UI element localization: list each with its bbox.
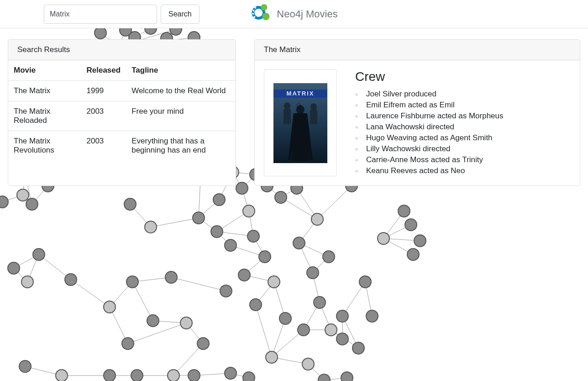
svg-point-2 <box>261 4 267 11</box>
graph-node[interactable] <box>197 338 209 349</box>
graph-node[interactable] <box>293 237 305 249</box>
graph-node[interactable] <box>243 205 255 217</box>
cell-movie: The Matrix Revolutions <box>8 131 81 161</box>
graph-node[interactable] <box>336 310 348 322</box>
table-header-row: Movie Released Tagline <box>8 60 236 81</box>
graph-node[interactable] <box>145 221 157 233</box>
graph-edge <box>173 344 203 376</box>
graph-node[interactable] <box>238 269 250 281</box>
graph-node[interactable] <box>352 342 364 354</box>
graph-node[interactable] <box>220 285 232 297</box>
panels: Search Results Movie Released Tagline Th… <box>8 39 580 186</box>
graph-node[interactable] <box>104 301 116 313</box>
graph-node[interactable] <box>26 198 38 210</box>
graph-node[interactable] <box>311 213 323 225</box>
svg-text:MATRIX: MATRIX <box>287 90 315 97</box>
graph-node[interactable] <box>147 315 159 327</box>
graph-node[interactable] <box>124 198 136 210</box>
table-row[interactable]: The Matrix1999Welcome to the Real World <box>8 81 236 101</box>
graph-node[interactable] <box>318 374 330 381</box>
graph-node[interactable] <box>8 262 20 274</box>
graph-node[interactable] <box>211 226 223 238</box>
graph-node[interactable] <box>131 370 143 381</box>
graph-node[interactable] <box>188 370 200 381</box>
results-table: Movie Released Tagline The Matrix1999Wel… <box>8 60 236 160</box>
cell-released: 2003 <box>81 101 126 131</box>
graph-node[interactable] <box>170 28 182 35</box>
graph-node[interactable] <box>33 249 45 260</box>
graph-node[interactable] <box>259 251 271 263</box>
cell-movie: The Matrix Reloaded <box>8 101 81 131</box>
table-row[interactable]: The Matrix Reloaded2003Free your mind <box>8 101 236 131</box>
graph-node[interactable] <box>225 367 236 379</box>
crew-item: Carrie-Anne Moss acted as Trinity <box>355 154 504 165</box>
crew-item: Keanu Reeves acted as Neo <box>355 165 504 176</box>
graph-node[interactable] <box>247 230 259 242</box>
graph-node[interactable] <box>193 212 205 224</box>
graph-edge <box>128 323 186 344</box>
graph-edge <box>71 280 110 307</box>
graph-node[interactable] <box>302 358 314 370</box>
svg-point-3 <box>262 13 269 20</box>
graph-edge <box>132 282 153 321</box>
graph-node[interactable] <box>104 370 116 381</box>
crew-header: Crew <box>355 69 504 84</box>
graph-node[interactable] <box>266 351 278 363</box>
cell-movie: The Matrix <box>8 81 81 101</box>
search-button[interactable]: Search <box>161 5 200 24</box>
graph-node[interactable] <box>359 276 371 288</box>
graph-node[interactable] <box>21 276 33 288</box>
graph-edge <box>256 305 272 357</box>
graph-node[interactable] <box>414 235 426 247</box>
svg-point-1 <box>254 9 262 17</box>
graph-node[interactable] <box>168 370 179 381</box>
table-row[interactable]: The Matrix Revolutions2003Everything tha… <box>8 131 236 161</box>
graph-node[interactable] <box>275 191 287 203</box>
svg-point-5 <box>252 10 254 11</box>
graph-node[interactable] <box>17 189 29 201</box>
crew-item: Laurence Fishburne acted as Morpheus <box>355 111 504 122</box>
col-tagline: Tagline <box>126 60 236 81</box>
search-input[interactable] <box>44 5 157 24</box>
svg-rect-12 <box>284 109 291 124</box>
graph-node[interactable] <box>0 196 8 208</box>
cell-released: 2003 <box>81 131 126 161</box>
graph-node[interactable] <box>268 276 280 288</box>
graph-edge <box>151 218 199 227</box>
graph-node[interactable] <box>225 239 236 251</box>
graph-node[interactable] <box>307 267 319 279</box>
movie-detail-panel: The Matrix MATRIX <box>254 39 580 186</box>
graph-node[interactable] <box>165 271 177 283</box>
graph-node[interactable] <box>180 317 192 329</box>
crew-item: Emil Eifrem acted as Emil <box>355 100 504 111</box>
graph-node[interactable] <box>56 370 68 381</box>
graph-node[interactable] <box>213 194 225 206</box>
graph-node[interactable] <box>323 251 335 263</box>
cell-tagline: Welcome to the Real World <box>126 81 236 101</box>
graph-node[interactable] <box>298 324 310 336</box>
graph-node[interactable] <box>126 276 138 288</box>
search-results-panel: Search Results Movie Released Tagline Th… <box>8 39 236 186</box>
graph-node[interactable] <box>279 312 291 324</box>
graph-node[interactable] <box>19 360 31 372</box>
graph-node[interactable] <box>145 28 157 34</box>
graph-node[interactable] <box>407 249 419 260</box>
svg-point-13 <box>310 103 317 111</box>
graph-node[interactable] <box>336 333 348 345</box>
graph-node[interactable] <box>341 372 353 381</box>
graph-node[interactable] <box>405 219 417 231</box>
graph-node[interactable] <box>398 205 410 217</box>
graph-node[interactable] <box>314 296 326 308</box>
graph-node[interactable] <box>366 310 378 322</box>
graph-node[interactable] <box>65 274 77 286</box>
crew-list: Joel Silver producedEmil Eifrem acted as… <box>355 89 504 176</box>
graph-node[interactable] <box>250 299 262 311</box>
graph-node[interactable] <box>325 324 337 336</box>
graph-node[interactable] <box>378 233 389 244</box>
graph-node[interactable] <box>94 28 106 39</box>
cell-tagline: Free your mind <box>126 101 236 131</box>
svg-point-17 <box>296 105 304 114</box>
graph-node[interactable] <box>243 372 255 381</box>
crew-item: Joel Silver produced <box>355 89 504 100</box>
graph-node[interactable] <box>122 338 134 349</box>
